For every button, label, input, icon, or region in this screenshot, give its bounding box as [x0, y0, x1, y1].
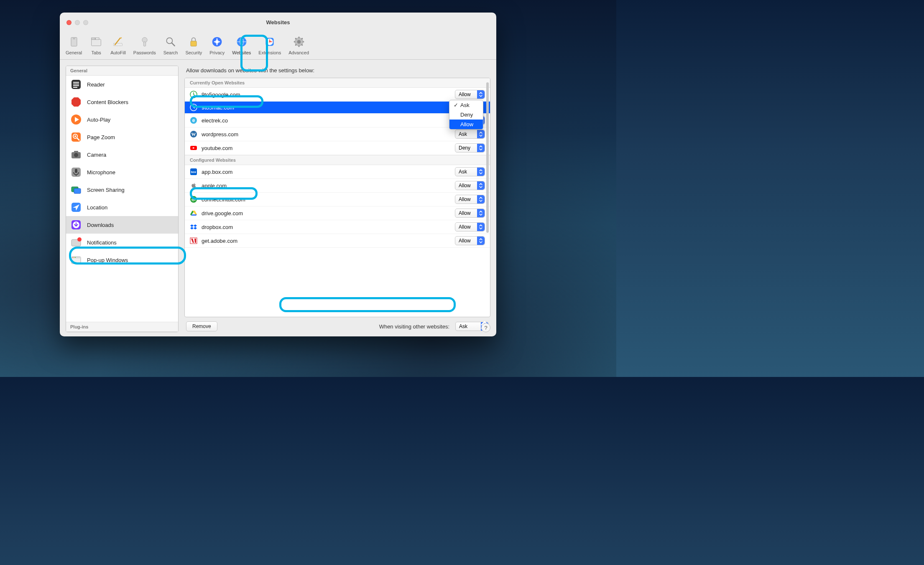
help-button[interactable]: ? — [481, 323, 490, 332]
popup-icon — [70, 254, 82, 266]
svg-line-24 — [301, 38, 303, 39]
svg-rect-26 — [73, 82, 79, 83]
permission-select[interactable]: Allow — [455, 236, 485, 245]
site-favicon: e — [190, 117, 197, 124]
default-policy-label: When visiting other websites: — [379, 323, 449, 330]
site-favicon — [190, 237, 197, 244]
security-icon — [187, 35, 200, 48]
svg-text:W: W — [191, 132, 196, 137]
group-header-configured: Configured Websites — [185, 155, 490, 165]
svg-text:qb: qb — [191, 198, 196, 201]
toolbar-tab-general[interactable]: General — [65, 34, 83, 56]
permission-value: Allow — [459, 224, 471, 230]
sidebar-item-content-blockers[interactable]: Content Blockers — [66, 93, 178, 111]
permission-select[interactable]: Allow — [455, 195, 485, 204]
svg-text:box: box — [191, 171, 197, 173]
sidebar-item-notifications[interactable]: Notifications — [66, 234, 178, 251]
dropdown-option-label: Deny — [460, 112, 473, 118]
toolbar-tab-label: Tabs — [92, 50, 101, 55]
site-row[interactable]: boxapp.box.comAsk — [185, 165, 490, 179]
sidebar-section-plugins: Plug-ins — [66, 322, 178, 332]
svg-rect-42 — [75, 169, 77, 173]
site-domain: 9to5google.com — [202, 92, 451, 98]
svg-rect-29 — [73, 87, 77, 88]
site-row[interactable]: qbconnect.intuit.comAllow — [185, 193, 490, 206]
svg-line-22 — [301, 44, 303, 46]
permission-value: Allow — [459, 92, 471, 97]
sidebar-item-auto-play[interactable]: Auto-Play — [66, 111, 178, 128]
sidebar-item-label: Downloads — [87, 222, 114, 228]
toolbar-tab-privacy[interactable]: Privacy — [209, 34, 225, 56]
toolbar-tab-passwords[interactable]: Passwords — [133, 34, 157, 56]
sidebar-item-screen-sharing[interactable]: Screen Sharing — [66, 181, 178, 199]
site-domain: drive.google.com — [202, 210, 451, 216]
site-favicon: qb — [190, 196, 197, 203]
sidebar-item-location[interactable]: Location — [66, 199, 178, 216]
permission-select[interactable]: Allow — [455, 90, 485, 99]
window-title: Websites — [60, 19, 496, 25]
svg-line-21 — [295, 38, 296, 39]
chevron-updown-icon — [477, 195, 485, 204]
site-row[interactable]: 9to5mac.com✓AskDenyAllow — [185, 102, 490, 114]
site-favicon — [190, 182, 197, 189]
toolbar-tab-label: Security — [185, 50, 202, 55]
permission-select[interactable]: Deny — [455, 143, 485, 153]
site-row[interactable]: 9to5google.comAllow — [185, 88, 490, 102]
toolbar-tab-security[interactable]: Security — [184, 34, 203, 56]
toolbar-tab-advanced[interactable]: Advanced — [288, 34, 310, 56]
close-icon[interactable] — [66, 20, 71, 25]
permission-select[interactable]: Ask — [455, 130, 485, 139]
page-zoom-icon — [70, 131, 82, 143]
websites-list[interactable]: Currently Open Websites9to5google.comAll… — [185, 78, 490, 317]
site-domain: app.box.com — [202, 169, 451, 175]
notifications-icon — [70, 237, 82, 248]
sidebar-item-label: Location — [87, 204, 107, 211]
permission-value: Ask — [459, 131, 467, 137]
sidebar-item-reader[interactable]: Reader — [66, 76, 178, 93]
toolbar-tab-search[interactable]: Search — [163, 34, 179, 56]
site-row[interactable]: youtube.comDeny — [185, 141, 490, 155]
sidebar-item-label: Content Blockers — [87, 99, 128, 105]
permission-value: Allow — [459, 183, 471, 188]
titlebar[interactable]: Websites — [60, 13, 496, 33]
site-row[interactable]: apple.comAllow — [185, 179, 490, 193]
permission-select[interactable]: Allow — [455, 181, 485, 190]
toolbar-tab-websites[interactable]: Websites — [231, 34, 252, 56]
permission-select[interactable]: Allow — [455, 209, 485, 218]
permission-select[interactable]: Ask — [455, 167, 485, 176]
sidebar-item-camera[interactable]: Camera — [66, 146, 178, 163]
permission-value: Allow — [459, 196, 471, 202]
remove-button[interactable]: Remove — [186, 321, 217, 331]
toolbar-tab-tabs[interactable]: Tabs — [89, 34, 104, 56]
dropdown-option[interactable]: Deny — [449, 110, 483, 120]
toolbar-tab-label: Search — [163, 50, 178, 55]
site-domain: wordpress.com — [202, 131, 451, 137]
svg-marker-70 — [191, 214, 197, 216]
svg-rect-4 — [95, 38, 99, 39]
minimize-icon[interactable] — [75, 20, 80, 25]
sidebar-item-downloads[interactable]: Downloads — [66, 216, 178, 234]
toolbar-tab-extensions[interactable]: Extensions — [258, 34, 282, 56]
sidebar-item-page-zoom[interactable]: Page Zoom — [66, 128, 178, 146]
sidebar-item-popup[interactable]: Pop-up Windows — [66, 251, 178, 269]
microphone-icon — [70, 166, 82, 178]
sidebar-item-microphone[interactable]: Microphone — [66, 163, 178, 181]
site-row[interactable]: Wwordpress.comAsk — [185, 127, 490, 141]
site-row[interactable]: get.adobe.comAllow — [185, 234, 490, 248]
scrollbar[interactable] — [486, 82, 489, 233]
zoom-icon[interactable] — [83, 20, 88, 25]
dropdown-option[interactable]: ✓Ask — [449, 100, 483, 110]
safari-preferences-window: Websites General Tabs AutoFill — [60, 13, 496, 336]
permission-select[interactable]: Allow — [455, 222, 485, 232]
site-row[interactable]: eelectrek.coAllow — [185, 114, 490, 127]
site-row[interactable]: dropbox.comAllow — [185, 220, 490, 234]
toolbar-tab-autofill[interactable]: AutoFill — [110, 34, 127, 56]
general-icon — [67, 35, 81, 48]
site-favicon — [190, 91, 197, 98]
auto-play-icon — [70, 114, 82, 125]
svg-point-54 — [74, 257, 74, 258]
dropdown-option[interactable]: Allow — [449, 120, 483, 129]
site-favicon — [190, 223, 197, 231]
site-row[interactable]: drive.google.comAllow — [185, 206, 490, 220]
svg-rect-2 — [92, 39, 101, 46]
